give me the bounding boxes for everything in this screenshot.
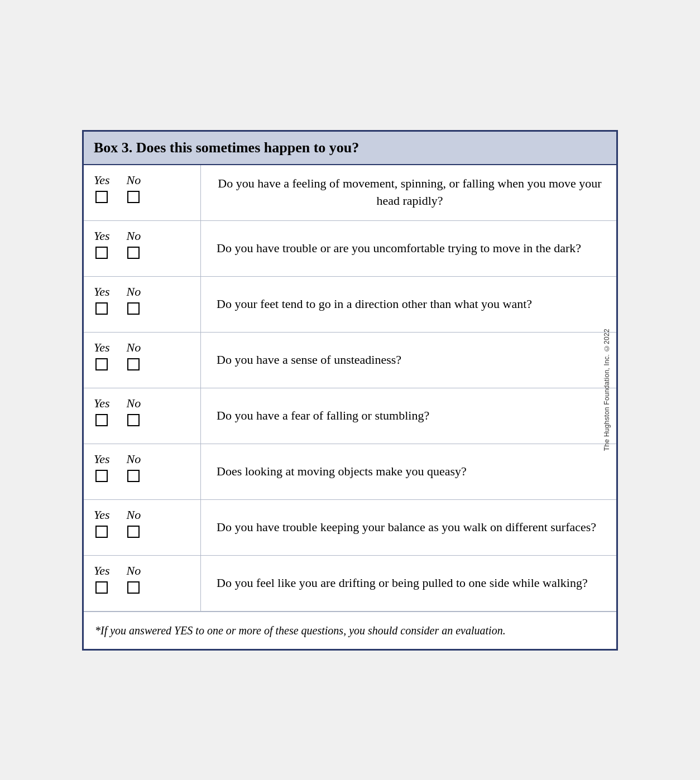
- question-col-7: Do you have trouble keeping your balance…: [201, 500, 616, 555]
- no-checkbox-7[interactable]: [127, 526, 140, 538]
- question-col-3: Do your feet tend to go in a direction o…: [201, 277, 616, 332]
- table-row: YesNoDoes looking at moving objects make…: [84, 444, 616, 500]
- yes-no-col-3: YesNo: [84, 277, 201, 332]
- question-text-5: Do you have a fear of falling or stumbli…: [217, 407, 429, 425]
- yes-label-7: Yes: [94, 508, 110, 522]
- no-group-8: No: [127, 564, 141, 594]
- yes-group-3: Yes: [94, 285, 110, 315]
- yes-checkbox-2[interactable]: [95, 247, 108, 259]
- yes-group-8: Yes: [94, 564, 110, 594]
- table-row: YesNoDo you have a feeling of movement, …: [84, 165, 616, 221]
- yes-group-7: Yes: [94, 508, 110, 538]
- yes-group-1: Yes: [94, 173, 110, 203]
- box-title: Box 3. Does this sometimes happen to you…: [94, 139, 359, 156]
- yes-no-col-2: YesNo: [84, 221, 201, 276]
- yes-group-2: Yes: [94, 229, 110, 259]
- question-text-2: Do you have trouble or are you uncomfort…: [217, 240, 581, 257]
- no-group-1: No: [127, 173, 141, 203]
- no-label-4: No: [127, 340, 141, 355]
- question-col-6: Does looking at moving objects make you …: [201, 444, 616, 499]
- question-text-3: Do your feet tend to go in a direction o…: [217, 296, 532, 313]
- no-group-4: No: [127, 340, 141, 370]
- question-text-6: Does looking at moving objects make you …: [217, 463, 467, 480]
- question-col-4: Do you have a sense of unsteadiness?: [201, 333, 616, 388]
- yes-no-col-7: YesNo: [84, 500, 201, 555]
- yes-label-1: Yes: [94, 173, 110, 187]
- yes-group-5: Yes: [94, 396, 110, 426]
- no-checkbox-4[interactable]: [127, 358, 140, 370]
- box-header: Box 3. Does this sometimes happen to you…: [84, 132, 616, 165]
- table-row: YesNoDo your feet tend to go in a direct…: [84, 277, 616, 333]
- question-col-5: Do you have a fear of falling or stumbli…: [201, 388, 616, 444]
- table-row: YesNoDo you have a fear of falling or st…: [84, 388, 616, 444]
- no-label-2: No: [127, 229, 141, 243]
- question-col-2: Do you have trouble or are you uncomfort…: [201, 221, 616, 276]
- yes-label-5: Yes: [94, 396, 110, 411]
- question-text-4: Do you have a sense of unsteadiness?: [217, 352, 401, 369]
- footer-row: *If you answered YES to one or more of t…: [84, 612, 616, 649]
- no-label-6: No: [127, 452, 141, 466]
- yes-label-2: Yes: [94, 229, 110, 243]
- yes-checkbox-7[interactable]: [95, 526, 108, 538]
- no-group-2: No: [127, 229, 141, 259]
- yes-group-4: Yes: [94, 340, 110, 370]
- footer-text: *If you answered YES to one or more of t…: [95, 624, 506, 637]
- yes-checkbox-6[interactable]: [95, 470, 108, 482]
- no-checkbox-8[interactable]: [127, 581, 140, 594]
- box-container: Box 3. Does this sometimes happen to you…: [82, 130, 618, 651]
- table-row: YesNoDo you have a sense of unsteadiness…: [84, 333, 616, 388]
- yes-checkbox-1[interactable]: [95, 191, 108, 203]
- no-group-7: No: [127, 508, 141, 538]
- yes-no-col-6: YesNo: [84, 444, 201, 499]
- yes-checkbox-3[interactable]: [95, 302, 108, 315]
- question-col-8: Do you feel like you are drifting or bei…: [201, 556, 616, 611]
- question-text-1: Do you have a feeling of movement, spinn…: [217, 175, 603, 210]
- yes-no-col-5: YesNo: [84, 388, 201, 444]
- page-wrapper: Box 3. Does this sometimes happen to you…: [71, 119, 629, 662]
- table-row: YesNoDo you have trouble keeping your ba…: [84, 500, 616, 556]
- no-checkbox-6[interactable]: [127, 470, 140, 482]
- yes-checkbox-8[interactable]: [95, 581, 108, 594]
- no-checkbox-1[interactable]: [127, 191, 140, 203]
- yes-label-3: Yes: [94, 285, 110, 299]
- no-label-3: No: [127, 285, 141, 299]
- yes-checkbox-5[interactable]: [95, 414, 108, 426]
- no-checkbox-5[interactable]: [127, 414, 140, 426]
- no-group-6: No: [127, 452, 141, 482]
- yes-no-col-4: YesNo: [84, 333, 201, 388]
- question-col-1: Do you have a feeling of movement, spinn…: [201, 165, 616, 220]
- watermark-text: The Hughston Foundation, Inc. ©2022: [603, 329, 611, 451]
- no-group-3: No: [127, 285, 141, 315]
- yes-group-6: Yes: [94, 452, 110, 482]
- no-group-5: No: [127, 396, 141, 426]
- no-label-7: No: [127, 508, 141, 522]
- yes-label-8: Yes: [94, 564, 110, 578]
- yes-checkbox-4[interactable]: [95, 358, 108, 370]
- yes-label-6: Yes: [94, 452, 110, 466]
- table-row: YesNoDo you feel like you are drifting o…: [84, 556, 616, 612]
- yes-no-col-1: YesNo: [84, 165, 201, 220]
- no-label-1: No: [127, 173, 141, 187]
- table-row: YesNoDo you have trouble or are you unco…: [84, 221, 616, 277]
- no-checkbox-3[interactable]: [127, 302, 140, 315]
- no-label-8: No: [127, 564, 141, 578]
- no-checkbox-2[interactable]: [127, 247, 140, 259]
- yes-no-col-8: YesNo: [84, 556, 201, 611]
- questions-table: YesNoDo you have a feeling of movement, …: [84, 165, 616, 649]
- question-text-8: Do you feel like you are drifting or bei…: [217, 575, 588, 592]
- question-text-7: Do you have trouble keeping your balance…: [217, 519, 596, 536]
- yes-label-4: Yes: [94, 340, 110, 355]
- no-label-5: No: [127, 396, 141, 411]
- side-label-container: The Hughston Foundation, Inc. ©2022: [601, 132, 613, 649]
